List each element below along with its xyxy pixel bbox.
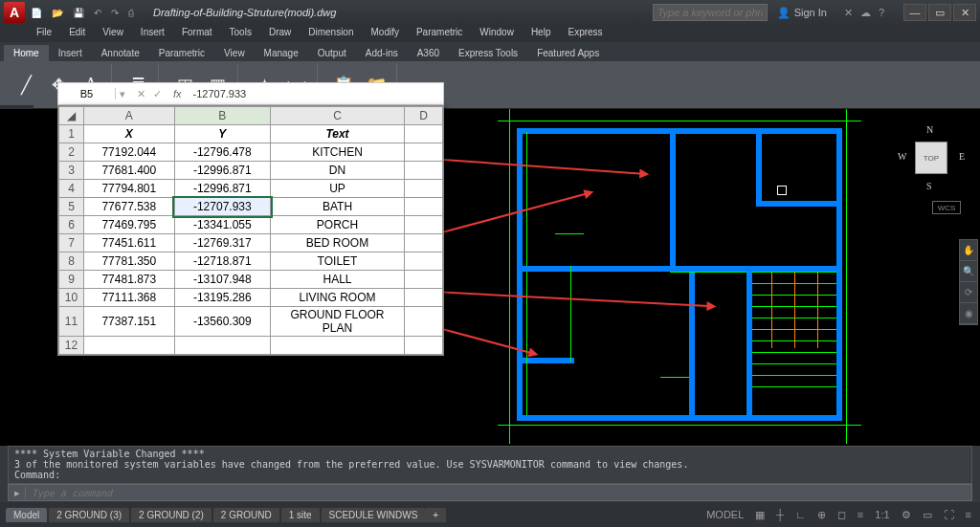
- data-table[interactable]: ◢ A B C D 1 X Y Text 277192.044-12796.47…: [58, 106, 443, 355]
- cell[interactable]: 77451.611: [84, 234, 175, 253]
- anno-scale[interactable]: 1:1: [872, 509, 892, 520]
- menu-draw[interactable]: Draw: [261, 25, 299, 42]
- osnap-icon[interactable]: ◻: [835, 509, 849, 521]
- cell[interactable]: 77681.400: [84, 162, 175, 180]
- grid-icon[interactable]: ▦: [752, 509, 768, 521]
- command-history[interactable]: **** System Variable Changed **** 3 of t…: [8, 446, 972, 484]
- qat-print-icon[interactable]: ⎙: [128, 8, 134, 18]
- row-header[interactable]: 4: [59, 180, 84, 198]
- menu-tools[interactable]: Tools: [222, 25, 259, 42]
- layout-tab[interactable]: 1 site: [281, 508, 320, 522]
- cell[interactable]: [405, 180, 443, 198]
- row-header[interactable]: 11: [59, 307, 84, 337]
- wcs-indicator[interactable]: WCS: [932, 201, 961, 214]
- cell[interactable]: BATH: [271, 198, 405, 216]
- cell[interactable]: -12796.478: [174, 143, 270, 162]
- exchange-icon[interactable]: ✕: [844, 7, 853, 19]
- cell[interactable]: [405, 234, 443, 253]
- menu-help[interactable]: Help: [523, 25, 559, 42]
- qat-redo-icon[interactable]: ↷: [111, 8, 119, 18]
- row-header[interactable]: 2: [59, 143, 84, 162]
- cleanscreen-icon[interactable]: ⛶: [941, 509, 957, 520]
- menu-view[interactable]: View: [95, 25, 131, 42]
- row-header[interactable]: 9: [59, 271, 84, 289]
- cell[interactable]: PORCH: [271, 216, 405, 234]
- cell[interactable]: [405, 307, 443, 337]
- layout-tab[interactable]: 2 GROUND: [213, 508, 279, 522]
- gear-icon[interactable]: ⚙: [899, 509, 914, 521]
- menu-parametric[interactable]: Parametric: [409, 25, 470, 42]
- orbit-icon[interactable]: ⟳: [960, 282, 977, 303]
- corner-cell[interactable]: ◢: [59, 107, 84, 125]
- cube-face-top[interactable]: TOP: [915, 142, 947, 174]
- cell[interactable]: Y: [174, 125, 270, 143]
- confirm-icon[interactable]: ✓: [153, 88, 162, 100]
- add-layout-button[interactable]: +: [425, 508, 446, 522]
- polar-icon[interactable]: ⊕: [814, 509, 829, 521]
- row-header[interactable]: 1: [59, 125, 84, 143]
- minimize-button[interactable]: —: [903, 4, 926, 21]
- signin-button[interactable]: 👤 Sign In: [777, 7, 827, 19]
- cell[interactable]: TOILET: [271, 253, 405, 271]
- dropdown-icon[interactable]: ▾: [116, 88, 129, 100]
- cell[interactable]: 77781.350: [84, 253, 175, 271]
- ortho-icon[interactable]: ∟: [792, 509, 809, 520]
- nav-south[interactable]: S: [926, 181, 932, 191]
- help-icon[interactable]: ?: [879, 7, 884, 19]
- cell[interactable]: 77111.368: [84, 289, 175, 307]
- tab-annotate[interactable]: Annotate: [92, 45, 149, 61]
- cell[interactable]: [174, 337, 270, 355]
- tab-featured-apps[interactable]: Featured Apps: [527, 45, 609, 61]
- layout-tab[interactable]: Model: [6, 508, 47, 522]
- menu-format[interactable]: Format: [174, 25, 220, 42]
- formula-value[interactable]: -12707.933: [186, 88, 247, 99]
- cell[interactable]: GROUND FLOOR PLAN: [271, 307, 405, 337]
- nav-north[interactable]: N: [926, 124, 933, 135]
- layout-tab[interactable]: 2 GROUND (2): [131, 508, 212, 522]
- tab-view[interactable]: View: [214, 45, 255, 61]
- cell[interactable]: [271, 337, 405, 355]
- cell[interactable]: [405, 271, 443, 289]
- tab-manage[interactable]: Manage: [255, 45, 308, 61]
- cell[interactable]: -12707.933: [174, 198, 270, 216]
- row-header[interactable]: 6: [59, 216, 84, 234]
- row-header[interactable]: 10: [59, 289, 84, 307]
- row-header[interactable]: 8: [59, 253, 84, 271]
- cell[interactable]: HALL: [271, 271, 405, 289]
- row-header[interactable]: 5: [59, 198, 84, 216]
- cell[interactable]: -13195.286: [174, 289, 270, 307]
- cell[interactable]: [84, 337, 175, 355]
- cell[interactable]: 77794.801: [84, 180, 175, 198]
- cell[interactable]: 77469.795: [84, 216, 175, 234]
- qat-undo-icon[interactable]: ↶: [94, 8, 101, 18]
- cell[interactable]: -12769.317: [174, 234, 270, 253]
- layout-tab[interactable]: SCEDULE WINDWS: [322, 508, 426, 522]
- col-header[interactable]: B: [174, 107, 270, 125]
- cloud-icon[interactable]: ☁: [860, 7, 871, 19]
- row-header[interactable]: 3: [59, 162, 84, 180]
- cancel-icon[interactable]: ✕: [137, 88, 145, 100]
- tab-add-ins[interactable]: Add-ins: [356, 45, 408, 61]
- command-input[interactable]: [26, 488, 971, 498]
- nav-west[interactable]: W: [898, 151, 906, 162]
- cell[interactable]: [405, 337, 443, 355]
- command-prompt-icon[interactable]: ▸: [9, 487, 26, 499]
- wheel-icon[interactable]: ◉: [960, 303, 977, 324]
- menu-dimension[interactable]: Dimension: [301, 25, 361, 42]
- row-header[interactable]: 12: [59, 337, 84, 355]
- nav-east[interactable]: E: [959, 151, 965, 162]
- menu-insert[interactable]: Insert: [133, 25, 172, 42]
- qat-open-icon[interactable]: 📂: [52, 8, 63, 18]
- cell[interactable]: LIVING ROOM: [271, 289, 405, 307]
- snap-icon[interactable]: ┼: [773, 509, 787, 520]
- workspace-icon[interactable]: ▭: [920, 509, 935, 521]
- cell[interactable]: X: [84, 125, 175, 143]
- cell[interactable]: -13560.309: [174, 307, 270, 337]
- cell[interactable]: [405, 125, 443, 143]
- menu-modify[interactable]: Modify: [364, 25, 407, 42]
- cell[interactable]: 77192.044: [84, 143, 175, 162]
- lineweight-icon[interactable]: ≡: [855, 509, 866, 520]
- cell[interactable]: -13107.948: [174, 271, 270, 289]
- zoom-icon[interactable]: 🔍: [960, 261, 977, 282]
- cell-reference[interactable]: B5: [58, 88, 116, 99]
